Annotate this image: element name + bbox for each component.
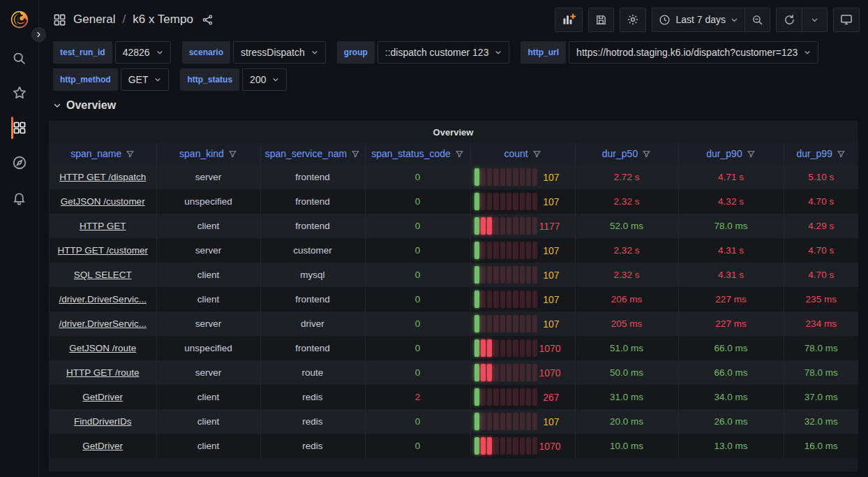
variable-value-dropdown[interactable]: 42826 <box>115 41 171 64</box>
sidebar-item-starred[interactable] <box>0 85 38 101</box>
cell-span-status-code: 0 <box>365 238 470 263</box>
dashboard-settings-button[interactable] <box>620 8 646 32</box>
zoom-out-button[interactable] <box>744 8 770 32</box>
variable-value-dropdown[interactable]: GET <box>121 68 170 91</box>
variables-row-1: test_run_id 42826 scenario stressDispatc… <box>53 41 868 64</box>
time-range-picker[interactable]: Last 7 days <box>652 8 744 32</box>
cell-dur-p50: 20.0 ms <box>575 409 678 434</box>
gauge-segment <box>487 437 492 455</box>
save-dashboard-button[interactable] <box>588 8 614 32</box>
cell-dur-p90: 66.0 ms <box>678 360 784 385</box>
filter-icon[interactable] <box>351 149 360 159</box>
gauge-segment <box>474 437 479 455</box>
share-icon <box>202 14 214 26</box>
span-name-link[interactable]: /driver.DriverServic... <box>59 318 147 329</box>
span-name-link[interactable]: HTTP GET <box>80 221 126 231</box>
gauge-segment <box>500 291 505 308</box>
variable-value-dropdown[interactable]: stressDispatch <box>233 41 326 64</box>
count-value: 1177 <box>539 221 560 232</box>
column-header[interactable]: dur_p50 <box>575 142 678 165</box>
gauge-segment <box>474 291 479 308</box>
gauge-segment <box>532 315 537 332</box>
variable-value-dropdown[interactable]: https://hotrod.staging.k6.io/dispatch?cu… <box>569 41 818 64</box>
gauge-segment <box>481 413 486 430</box>
cycle-view-button[interactable] <box>833 8 860 32</box>
gauge-segment <box>513 413 518 430</box>
column-header[interactable]: span_kind <box>156 142 260 165</box>
cell-span-status-code: 0 <box>365 311 470 336</box>
sidebar-item-explore[interactable] <box>0 154 38 171</box>
add-panel-button[interactable] <box>555 8 583 32</box>
gauge-segment <box>481 217 486 235</box>
table-row: SQL SELECT client mysql 0 107 2.32 s 4.3… <box>50 263 858 287</box>
dashboard-topbar: General / k6 x Tempo <box>39 0 868 39</box>
cell-span-service-name: frontend <box>260 165 365 189</box>
sidebar-item-dashboards[interactable] <box>0 119 38 136</box>
cell-span-kind: unspecified <box>156 189 260 214</box>
span-name-link[interactable]: FindDriverIDs <box>74 416 132 427</box>
variable-label: group <box>337 41 375 64</box>
filter-icon[interactable] <box>642 149 651 159</box>
gauge-segment <box>493 388 498 406</box>
cell-span-kind: server <box>156 165 260 189</box>
sidebar-item-alerting[interactable] <box>0 189 38 206</box>
variable-value-dropdown[interactable]: ::dispatch customer 123 <box>377 41 510 64</box>
column-header[interactable]: span_name <box>50 142 156 165</box>
gauge-segment <box>500 266 505 284</box>
span-name-link[interactable]: HTTP GET /customer <box>58 245 148 256</box>
column-header[interactable]: span_status_code <box>365 142 470 165</box>
span-name-link[interactable]: GetDriver <box>82 441 123 451</box>
filter-icon[interactable] <box>126 149 135 159</box>
column-header[interactable]: dur_p90 <box>678 142 784 165</box>
row-section-overview[interactable]: Overview <box>53 99 868 112</box>
gauge-segment <box>481 437 486 455</box>
table-row: FindDriverIDs client redis 0 107 20.0 ms… <box>50 409 858 434</box>
column-header[interactable]: span_service_nam <box>260 142 365 165</box>
gauge-segment <box>507 364 511 381</box>
span-name-link[interactable]: GetDriver <box>82 392 123 402</box>
gauge-segment <box>520 413 525 430</box>
cell-dur-p99: 234 ms <box>784 311 858 336</box>
table-row: HTTP GET client frontend 0 1177 52.0 ms … <box>50 214 858 238</box>
span-name-link[interactable]: HTTP GET /dispatch <box>59 172 146 182</box>
filter-icon[interactable] <box>228 149 237 159</box>
cell-span-service-name: driver <box>260 311 365 336</box>
refresh-button[interactable] <box>776 8 802 32</box>
gauge-segment <box>481 388 486 406</box>
variable-value-dropdown[interactable]: 200 <box>242 68 287 91</box>
cell-dur-p99: 78.0 ms <box>784 360 858 385</box>
column-header[interactable]: count <box>470 142 575 165</box>
gauge-segment <box>507 413 511 430</box>
count-bar-gauge <box>474 168 539 186</box>
sidebar-expand-button[interactable] <box>31 27 46 42</box>
breadcrumb-section[interactable]: General <box>73 13 115 27</box>
chevron-right-icon <box>36 31 42 38</box>
gauge-segment <box>500 437 505 455</box>
nav-sidebar <box>0 0 39 477</box>
span-name-link[interactable]: SQL SELECT <box>74 270 132 280</box>
filter-icon[interactable] <box>455 149 464 159</box>
table-row: GetDriver client redis 0 1070 10.0 ms 13… <box>50 434 858 458</box>
gauge-segment <box>532 388 537 406</box>
grafana-logo[interactable] <box>9 9 30 30</box>
span-name-link[interactable]: GetJSON /customer <box>61 196 145 207</box>
cell-dur-p90: 13.0 ms <box>678 434 784 458</box>
span-name-link[interactable]: HTTP GET /route <box>66 367 140 378</box>
filter-icon[interactable] <box>747 149 756 159</box>
count-value: 107 <box>543 196 559 207</box>
count-value: 107 <box>543 416 559 427</box>
column-header[interactable]: dur_p99 <box>784 142 858 165</box>
variable-picker: http_status 200 <box>180 68 287 91</box>
filter-icon[interactable] <box>837 149 846 159</box>
share-dashboard-button[interactable] <box>202 14 214 26</box>
count-bar-gauge <box>474 291 539 308</box>
sidebar-item-search[interactable] <box>0 50 38 66</box>
gauge-segment <box>493 291 498 308</box>
cell-span-service-name: customer <box>260 238 365 263</box>
gauge-segment <box>526 437 531 455</box>
filter-icon[interactable] <box>532 149 541 159</box>
span-name-link[interactable]: GetJSON /route <box>69 343 136 353</box>
span-name-link[interactable]: /driver.DriverServic... <box>59 294 147 304</box>
refresh-interval-dropdown[interactable] <box>802 8 828 32</box>
panel-title[interactable]: Overview <box>50 122 857 142</box>
